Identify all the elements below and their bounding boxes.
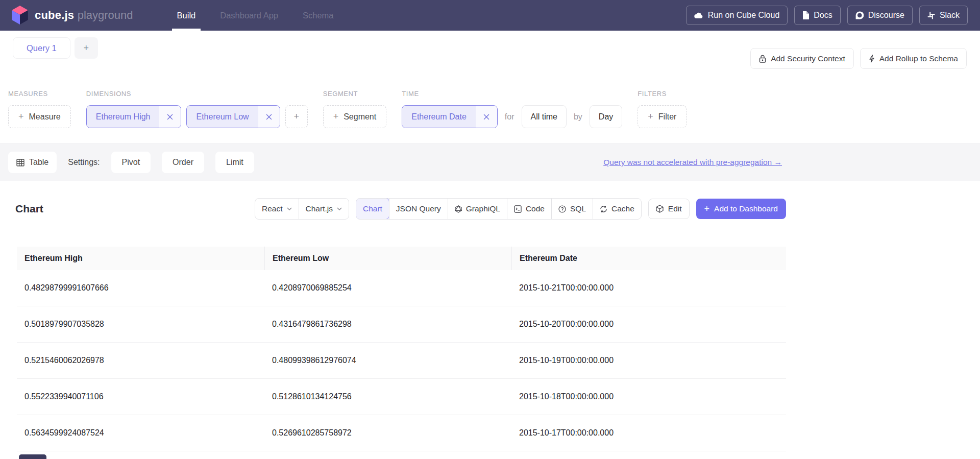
table-cell: 0.5128610134124756 [264, 392, 511, 401]
brand-name: cube.js [35, 9, 74, 21]
codesandbox-icon [656, 205, 664, 213]
library-select[interactable]: Chart.js [299, 199, 349, 219]
tab-query-1-label: Query 1 [27, 43, 57, 53]
slack-label: Slack [940, 11, 960, 20]
dimension-chip-ethereum-high[interactable]: Ethereum High [86, 105, 182, 128]
tab-code-label: Code [526, 204, 545, 213]
add-segment-label: Segment [344, 112, 376, 122]
time-label: TIME [402, 90, 622, 98]
run-on-cube-cloud-button[interactable]: Run on Cube Cloud [686, 6, 788, 25]
plus-icon: + [18, 111, 24, 122]
segment-label: SEGMENT [323, 90, 387, 98]
table-type-button[interactable]: Table [8, 152, 57, 173]
graphql-icon [455, 205, 462, 213]
segment-group: SEGMENT + Segment [323, 90, 387, 128]
granularity-label: Day [599, 112, 613, 122]
cloud-icon [694, 12, 703, 19]
nav-tab-dashboard-app[interactable]: Dashboard App [208, 0, 290, 31]
dimensions-label: DIMENSIONS [86, 90, 308, 98]
query-tab-row: Query 1 + Add Security Context Add Rollu… [0, 31, 980, 69]
limit-button[interactable]: Limit [215, 152, 254, 173]
discourse-button[interactable]: Discourse [847, 6, 913, 25]
tab-chart[interactable]: Chart [356, 198, 389, 220]
nav-tab-schema[interactable]: Schema [290, 0, 346, 31]
brand[interactable]: cube.js playground [11, 6, 133, 25]
filters-group: FILTERS + Filter [638, 90, 687, 128]
edit-label: Edit [668, 204, 682, 213]
add-rollup-to-schema-button[interactable]: Add Rollup to Schema [860, 48, 967, 69]
table-cell: 2015-10-21T00:00:00.000 [511, 283, 786, 293]
granularity-button[interactable]: Day [590, 105, 622, 128]
add-measure-button[interactable]: + Measure [8, 105, 71, 128]
remove-dimension-icon[interactable] [159, 106, 181, 128]
by-text: by [572, 112, 584, 122]
table-cell: 0.5634599924087524 [17, 428, 264, 438]
remove-dimension-icon[interactable] [258, 106, 280, 128]
table-cell: 2015-10-20T00:00:00.000 [511, 320, 786, 329]
add-filter-button[interactable]: + Filter [638, 105, 687, 128]
table-row: 0.56345999240875240.52696102857589722015… [17, 415, 786, 451]
remove-time-dimension-icon[interactable] [476, 106, 497, 128]
tab-graphiql[interactable]: GraphiQL [448, 199, 507, 219]
nav-tabs: Build Dashboard App Schema [165, 0, 346, 31]
column-header-ethereum-low[interactable]: Ethereum Low [264, 247, 511, 270]
settings-label: Settings: [68, 158, 100, 167]
plus-icon: + [704, 204, 710, 214]
tab-chart-label: Chart [363, 204, 382, 213]
docs-label: Docs [814, 11, 832, 20]
horizontal-scrollbar-thumb[interactable] [19, 454, 46, 459]
framework-select[interactable]: React [255, 199, 299, 219]
measures-label: MEASURES [8, 90, 71, 98]
tab-query-1[interactable]: Query 1 [13, 37, 70, 59]
date-range-button[interactable]: All time [522, 105, 567, 128]
nav-tab-build[interactable]: Build [165, 0, 208, 31]
column-header-ethereum-high[interactable]: Ethereum High [17, 247, 264, 270]
result-table: Ethereum High Ethereum Low Ethereum Date… [17, 247, 786, 451]
add-query-tab-button[interactable]: + [75, 37, 98, 59]
tab-code[interactable]: Code [507, 199, 551, 219]
tab-cache-label: Cache [611, 204, 634, 213]
add-rollup-to-schema-label: Add Rollup to Schema [879, 54, 958, 63]
tab-cache[interactable]: Cache [593, 199, 641, 219]
add-to-dashboard-button[interactable]: + Add to Dashboard [696, 199, 786, 219]
edit-button[interactable]: Edit [648, 199, 690, 219]
library-label: Chart.js [306, 204, 333, 213]
tab-json-query[interactable]: JSON Query [389, 199, 448, 219]
table-row: 0.55223399400711060.51286101341247562015… [17, 379, 786, 415]
tab-sql-label: SQL [570, 204, 586, 213]
filters-label: FILTERS [638, 90, 687, 98]
docs-button[interactable]: Docs [794, 6, 840, 25]
pivot-button[interactable]: Pivot [111, 152, 151, 173]
table-cell: 0.48099398612976074 [264, 356, 511, 365]
tab-sql[interactable]: SQL [551, 199, 593, 219]
slack-button[interactable]: Slack [919, 6, 968, 25]
table-row: 0.50189799070358280.43164798617362982015… [17, 306, 786, 343]
lock-icon [759, 55, 766, 63]
slack-icon [927, 12, 935, 19]
add-dimension-button[interactable]: + [285, 105, 308, 128]
plus-icon: + [333, 111, 339, 122]
add-segment-button[interactable]: + Segment [323, 105, 387, 128]
chevron-down-icon [287, 207, 292, 210]
add-measure-label: Measure [29, 112, 61, 122]
tab-json-query-label: JSON Query [396, 204, 441, 213]
preaggregation-link[interactable]: Query was not accelerated with pre-aggre… [603, 158, 782, 167]
plus-icon: + [83, 43, 89, 54]
dimensions-group: DIMENSIONS Ethereum High Ethereum Low + [86, 90, 308, 128]
time-chip-ethereum-date[interactable]: Ethereum Date [402, 105, 498, 128]
time-group: TIME Ethereum Date for All time by Day [402, 90, 622, 128]
dimension-chip-ethereum-low[interactable]: Ethereum Low [186, 105, 280, 128]
table-row: 0.482987999916076660.4208970069885254201… [17, 270, 786, 306]
column-header-ethereum-date[interactable]: Ethereum Date [511, 247, 786, 270]
table-cell: 0.48298799991607666 [17, 283, 264, 293]
chevron-down-icon [337, 207, 342, 210]
date-range-label: All time [531, 112, 557, 122]
query-builder: MEASURES + Measure DIMENSIONS Ethereum H… [0, 69, 980, 143]
order-button[interactable]: Order [162, 152, 204, 173]
add-security-context-button[interactable]: Add Security Context [750, 48, 854, 69]
add-filter-label: Filter [658, 112, 677, 122]
tab-graphiql-label: GraphiQL [466, 204, 500, 213]
cubejs-logo-icon [11, 6, 29, 25]
framework-label: React [262, 204, 283, 213]
table-cell: 0.5269610285758972 [264, 428, 511, 438]
